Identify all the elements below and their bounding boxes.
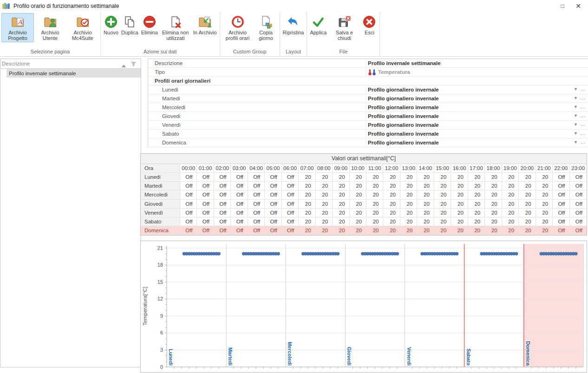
ellipsis-button[interactable]: … — [580, 130, 586, 136]
value-cell[interactable]: 20 — [417, 182, 434, 190]
value-cell[interactable]: Off — [214, 209, 231, 217]
value-cell[interactable]: 20 — [485, 217, 502, 226]
value-cell[interactable]: 20 — [350, 200, 366, 209]
ellipsis-button[interactable]: … — [580, 86, 586, 92]
value-cell[interactable]: 20 — [468, 173, 485, 182]
value-cell[interactable]: Off — [248, 190, 265, 199]
value-cell[interactable]: Off — [282, 217, 299, 226]
value-cell[interactable]: 20 — [350, 217, 366, 226]
value-cell[interactable]: Off — [197, 200, 214, 209]
value-cell[interactable]: Off — [180, 209, 197, 217]
value-cell[interactable]: 20 — [519, 173, 536, 182]
value-cell[interactable]: 20 — [366, 209, 383, 217]
value-cell[interactable]: 20 — [519, 209, 536, 217]
value-cell[interactable]: 20 — [299, 182, 315, 190]
value-cell[interactable]: Off — [248, 217, 265, 226]
ribbon-button-duplica[interactable]: Duplica — [120, 13, 140, 37]
value-cell[interactable]: 20 — [333, 190, 349, 199]
value-cell[interactable]: 20 — [316, 226, 333, 235]
value-cell[interactable]: 20 — [316, 190, 333, 199]
value-cell[interactable]: 20 — [366, 182, 383, 190]
value-cell[interactable]: Off — [214, 173, 231, 182]
value-cell[interactable]: 20 — [434, 182, 451, 190]
value-cell[interactable]: 20 — [316, 182, 333, 190]
value-cell[interactable]: Off — [265, 173, 281, 182]
value-cell[interactable]: 20 — [502, 190, 519, 199]
value-cell[interactable]: 20 — [417, 200, 434, 209]
value-cell[interactable]: Off — [282, 209, 299, 217]
value-cell[interactable]: Off — [282, 173, 299, 182]
value-cell[interactable]: Off — [282, 226, 299, 235]
value-cell[interactable]: Off — [553, 209, 569, 217]
value-cell[interactable]: Off — [282, 200, 299, 209]
value-cell[interactable]: 20 — [350, 182, 366, 190]
value-cell[interactable]: 20 — [316, 200, 333, 209]
value-cell[interactable]: Off — [553, 173, 569, 182]
value-cell[interactable]: Off — [214, 217, 231, 226]
dropdown-caret-icon[interactable]: ▼ — [574, 87, 578, 92]
value-cell[interactable]: Off — [214, 190, 231, 199]
value-cell[interactable]: Off — [197, 226, 214, 235]
value-cell[interactable]: Off — [231, 209, 248, 217]
value-cell[interactable]: 20 — [400, 200, 417, 209]
value-cell[interactable]: 20 — [350, 173, 366, 182]
ribbon-button-elimina-non-utilizzati[interactable]: Elimina non utilizzati — [159, 13, 192, 42]
value-cell[interactable]: Off — [180, 190, 197, 199]
prop-row-martedi[interactable]: MartediProfilo giornaliero invernale▼… — [148, 94, 588, 103]
value-cell[interactable]: Off — [197, 209, 214, 217]
value-cell[interactable]: Off — [180, 200, 197, 209]
value-cell[interactable]: 20 — [519, 226, 536, 235]
value-cell[interactable]: 20 — [417, 217, 434, 226]
value-cell[interactable]: 20 — [299, 173, 315, 182]
value-cell[interactable]: 20 — [468, 226, 485, 235]
value-cell[interactable]: 20 — [536, 226, 553, 235]
ribbon-button-archivio-mc4suite[interactable]: Archivio Mc4Suite — [66, 13, 99, 42]
value-cell[interactable]: 20 — [383, 200, 400, 209]
value-cell[interactable]: Off — [248, 226, 265, 235]
value-cell[interactable]: 20 — [502, 200, 519, 209]
value-cell[interactable]: Off — [570, 173, 587, 182]
value-cell[interactable]: 20 — [451, 217, 468, 226]
value-cell[interactable]: 20 — [299, 200, 315, 209]
value-cell[interactable]: Off — [282, 182, 299, 190]
value-cell[interactable]: Off — [553, 200, 569, 209]
value-cell[interactable]: 20 — [400, 226, 417, 235]
value-cell[interactable]: 20 — [434, 173, 451, 182]
ellipsis-button[interactable]: … — [580, 121, 586, 127]
value-cell[interactable]: 20 — [383, 226, 400, 235]
value-cell[interactable]: 20 — [400, 217, 417, 226]
value-cell[interactable]: 20 — [350, 190, 366, 199]
value-cell[interactable]: Off — [231, 190, 248, 199]
ribbon-button-elimina[interactable]: Elimina — [140, 13, 159, 37]
value-cell[interactable]: Off — [570, 190, 587, 199]
value-cell[interactable]: 20 — [451, 226, 468, 235]
value-cell[interactable]: 20 — [502, 217, 519, 226]
value-cell[interactable]: 20 — [485, 182, 502, 190]
value-cell[interactable]: 20 — [451, 190, 468, 199]
value-cell[interactable]: Off — [231, 217, 248, 226]
ribbon-button-archivio-progetto[interactable]: AArchivio Progetto — [1, 13, 34, 42]
value-cell[interactable]: Off — [248, 173, 265, 182]
value-cell[interactable]: 20 — [417, 226, 434, 235]
value-cell[interactable]: 20 — [333, 217, 349, 226]
value-cell[interactable]: 20 — [299, 217, 315, 226]
prop-row-mercoledi[interactable]: MercolediProfilo giornaliero invernale▼… — [148, 103, 588, 112]
value-cell[interactable]: 20 — [366, 200, 383, 209]
value-cell[interactable]: 20 — [434, 209, 451, 217]
value-cell[interactable]: 20 — [366, 226, 383, 235]
value-cell[interactable]: 20 — [383, 190, 400, 199]
value-cell[interactable]: 20 — [468, 209, 485, 217]
value-cell[interactable]: Off — [570, 217, 587, 226]
value-cell[interactable]: 20 — [485, 226, 502, 235]
value-cell[interactable]: 20 — [350, 209, 366, 217]
value-cell[interactable]: 20 — [536, 173, 553, 182]
value-cell[interactable]: 20 — [417, 190, 434, 199]
value-cell[interactable]: 20 — [536, 182, 553, 190]
value-cell[interactable]: Off — [231, 173, 248, 182]
value-cell[interactable]: 20 — [366, 217, 383, 226]
value-cell[interactable]: 20 — [451, 209, 468, 217]
value-cell[interactable]: Off — [248, 200, 265, 209]
value-cell[interactable]: 20 — [383, 182, 400, 190]
prop-row-sabato[interactable]: SabatoProfilo giornaliero invernale▼… — [148, 130, 588, 138]
value-cell[interactable]: 20 — [485, 173, 502, 182]
